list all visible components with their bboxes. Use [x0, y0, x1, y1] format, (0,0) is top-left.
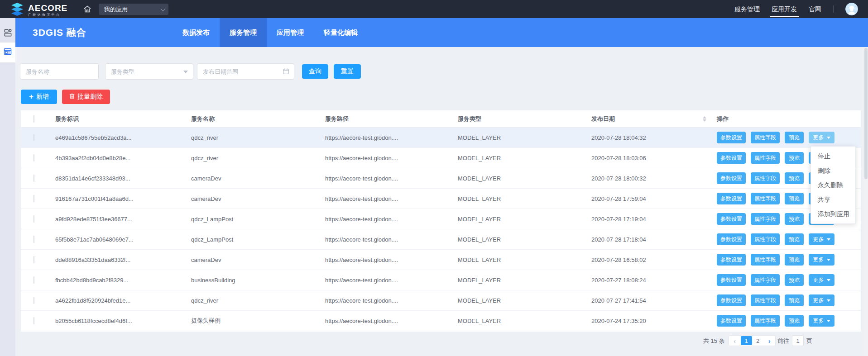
row-checkbox[interactable] [34, 175, 34, 182]
next-page-button[interactable]: › [764, 336, 775, 345]
params-settings-button[interactable]: 参数设置 [717, 274, 746, 286]
scrollbar-thumb[interactable] [864, 48, 868, 179]
params-settings-button[interactable]: 参数设置 [717, 254, 746, 266]
cell-service-name: qdcz_LampPost [191, 236, 233, 243]
table-row[interactable]: b2055cb6118fccecd8ef4d6f... 摄像头样例 https:… [21, 311, 861, 331]
attribute-fields-button[interactable]: 属性字段 [751, 254, 780, 266]
table-row[interactable]: e469a1c586755eb52acd3a... qdcz_river htt… [21, 128, 861, 148]
attribute-fields-button[interactable]: 属性字段 [751, 294, 780, 306]
more-button[interactable]: 更多 [809, 315, 834, 327]
attribute-fields-button[interactable]: 属性字段 [751, 274, 780, 286]
params-settings-button[interactable]: 参数设置 [717, 152, 746, 164]
add-button[interactable]: + 新增 [21, 90, 57, 104]
cell-service-id: d8351da14e6cf233348d93... [55, 175, 130, 182]
scrollbar-track[interactable] [863, 47, 868, 356]
more-button[interactable]: 更多 [809, 294, 834, 306]
menu-item-share[interactable]: 共享 [811, 192, 855, 207]
tab-data-publish[interactable]: 数据发布 [173, 18, 220, 47]
row-checkbox[interactable] [34, 134, 34, 142]
sidebar-item-services[interactable] [0, 43, 15, 62]
preview-button[interactable]: 预览 [785, 274, 804, 286]
row-checkbox[interactable] [34, 154, 34, 162]
params-settings-button[interactable]: 参数设置 [717, 315, 746, 327]
preview-button[interactable]: 预览 [785, 294, 804, 306]
row-checkbox[interactable] [34, 276, 34, 284]
preview-button[interactable]: 预览 [785, 213, 804, 225]
preview-button[interactable]: 预览 [785, 233, 804, 245]
tab-service-management[interactable]: 服务管理 [220, 18, 267, 47]
preview-button[interactable]: 预览 [785, 132, 804, 143]
attribute-fields-button[interactable]: 属性字段 [751, 213, 780, 225]
attribute-fields-button[interactable]: 属性字段 [751, 152, 780, 164]
menu-item-permanent-delete[interactable]: 永久删除 [811, 178, 855, 192]
table-row[interactable]: 916167a731c001f41a8aa6d... cameraDev htt… [21, 189, 861, 209]
cell-service-path: https://aecore-test.glodon.... [325, 134, 398, 141]
publish-date-range-picker[interactable] [197, 63, 294, 80]
cell-service-type: MODEL_LAYER [458, 297, 501, 304]
row-checkbox[interactable] [34, 256, 34, 264]
service-name-input[interactable] [20, 63, 99, 80]
logo-cube-icon [10, 2, 24, 18]
table-row[interactable]: a9fd928ede8751f3ee36677... qdcz_LampPost… [21, 209, 861, 229]
prev-page-button[interactable]: ‹ [729, 336, 741, 345]
table-row[interactable]: dde88916a33351daa6332f... cameraDev http… [21, 250, 861, 270]
params-settings-button[interactable]: 参数设置 [717, 213, 746, 225]
params-settings-button[interactable]: 参数设置 [717, 172, 746, 184]
batch-delete-button[interactable]: 批量删除 [62, 90, 110, 104]
select-all-checkbox[interactable] [34, 115, 34, 123]
nav-official-site[interactable]: 官网 [809, 0, 821, 18]
date-sort-control[interactable] [703, 116, 706, 122]
tab-app-management[interactable]: 应用管理 [267, 18, 314, 47]
sort-desc-icon[interactable] [703, 119, 706, 122]
row-checkbox[interactable] [34, 297, 34, 304]
sidebar-item-dashboard[interactable] [0, 24, 15, 43]
row-checkbox[interactable] [34, 215, 34, 223]
goto-page-input[interactable] [792, 335, 804, 346]
row-checkbox[interactable] [34, 317, 34, 325]
preview-button[interactable]: 预览 [785, 193, 804, 204]
params-settings-button[interactable]: 参数设置 [717, 294, 746, 306]
service-type-select[interactable] [105, 63, 193, 80]
table-row[interactable]: a4622fb1d8f520924bfed1e... qdcz_river ht… [21, 290, 861, 311]
more-button[interactable]: 更多 [809, 274, 834, 286]
menu-item-add-to-app[interactable]: 添加到应用 [811, 207, 855, 221]
logo[interactable]: AECORE 广联达数字中台 [10, 2, 67, 18]
search-button[interactable]: 查询 [302, 64, 328, 79]
nav-service-management[interactable]: 服务管理 [734, 0, 760, 18]
more-button[interactable]: 更多 [809, 254, 834, 266]
nav-app-development[interactable]: 应用开发 [772, 0, 797, 18]
params-settings-button[interactable]: 参数设置 [717, 233, 746, 245]
params-settings-button[interactable]: 参数设置 [717, 193, 746, 204]
more-button[interactable]: 更多 [809, 132, 834, 143]
preview-button[interactable]: 预览 [785, 254, 804, 266]
table-row[interactable]: 65f5b8e71ac7ab0648069e7... qdcz_LampPost… [21, 229, 861, 250]
attribute-fields-button[interactable]: 属性字段 [751, 172, 780, 184]
table-row[interactable]: 4b393aa2f2db04d0e8b28e... qdcz_river htt… [21, 148, 861, 168]
page-button-2[interactable]: 2 [753, 336, 764, 345]
preview-button[interactable]: 预览 [785, 315, 804, 327]
table-row[interactable]: d8351da14e6cf233348d93... cameraDev http… [21, 168, 861, 189]
service-type-input[interactable] [105, 63, 193, 80]
menu-item-stop[interactable]: 停止 [811, 149, 855, 163]
home-icon[interactable] [83, 5, 92, 15]
row-checkbox[interactable] [34, 236, 34, 243]
page-button-1[interactable]: 1 [741, 336, 752, 345]
reset-button[interactable]: 重置 [334, 64, 361, 79]
sort-asc-icon[interactable] [703, 116, 706, 119]
attribute-fields-button[interactable]: 属性字段 [751, 193, 780, 204]
brand-subtitle: 广联达数字中台 [28, 13, 67, 17]
table-row[interactable]: fbcbb42bd8bd9cab2f8329... businessBuildi… [21, 270, 861, 290]
attribute-fields-button[interactable]: 属性字段 [751, 132, 780, 143]
preview-button[interactable]: 预览 [785, 172, 804, 184]
more-button[interactable]: 更多 [809, 233, 834, 245]
tab-lightweight-edit[interactable]: 轻量化编辑 [314, 18, 368, 47]
user-avatar[interactable] [845, 3, 858, 15]
preview-button[interactable]: 预览 [785, 152, 804, 164]
params-settings-button[interactable]: 参数设置 [717, 132, 746, 143]
menu-item-delete[interactable]: 删除 [811, 163, 855, 178]
row-checkbox[interactable] [34, 195, 34, 203]
publish-date-input[interactable] [197, 63, 294, 80]
workspace-select[interactable]: 我的应用 [99, 4, 168, 15]
attribute-fields-button[interactable]: 属性字段 [751, 315, 780, 327]
attribute-fields-button[interactable]: 属性字段 [751, 233, 780, 245]
